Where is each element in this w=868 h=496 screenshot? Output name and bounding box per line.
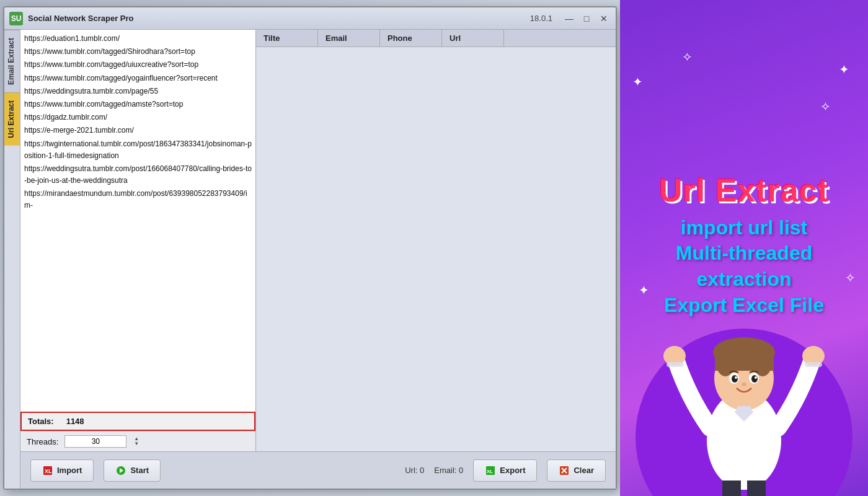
- promo-feature-1: import url list: [664, 215, 824, 241]
- sparkle-6: ✧: [682, 50, 693, 64]
- main-content: https://eduation1.tumblr.com/https://www…: [20, 30, 616, 489]
- threads-row: Threads: ▲ ▼: [20, 431, 255, 451]
- list-item: https://mirandaestmundum.tumblr.com/post…: [24, 187, 252, 212]
- url-status: Url: 0: [405, 466, 424, 475]
- minimize-button[interactable]: —: [562, 12, 576, 25]
- app-icon: SU: [9, 12, 23, 25]
- svg-text:XL: XL: [487, 469, 493, 474]
- totals-row: Totals: 1148: [20, 412, 255, 431]
- svg-point-20: [735, 376, 737, 379]
- export-button[interactable]: XL Export: [473, 459, 537, 482]
- list-item: https://eduation1.tumblr.com/: [24, 32, 252, 45]
- character-illustration: [620, 298, 868, 496]
- start-button[interactable]: Start: [104, 459, 161, 482]
- email-status: Email: 0: [434, 466, 463, 475]
- url-list-panel: https://eduation1.tumblr.com/https://www…: [20, 30, 256, 451]
- clear-icon: [559, 465, 570, 476]
- grid-column-header: Email: [318, 30, 380, 46]
- list-item: https://www.tumblr.com/tagged/uiuxcreati…: [24, 58, 252, 71]
- title-bar: SU Social Network Scraper Pro 18.0.1 — □…: [4, 7, 616, 30]
- export-icon: XL: [485, 465, 496, 476]
- sparkle-4: ✦: [639, 283, 649, 298]
- import-button[interactable]: XL Import: [30, 459, 94, 482]
- svg-point-18: [732, 375, 738, 383]
- sparkle-3: ✧: [820, 99, 831, 114]
- tab-email-extract[interactable]: Email Extract: [4, 30, 20, 92]
- list-item: https://weddingsutra.tumblr.com/post/166…: [24, 162, 252, 187]
- grid-column-header: Tilte: [256, 30, 318, 46]
- app-version: 18.0.1: [530, 14, 552, 23]
- app-area: SU Social Network Scraper Pro 18.0.1 — □…: [0, 0, 620, 496]
- svg-rect-26: [666, 362, 684, 367]
- promo-feature-3: extraction: [664, 267, 824, 293]
- svg-point-21: [755, 376, 757, 379]
- threads-spinner[interactable]: ▲ ▼: [134, 436, 139, 446]
- clear-button[interactable]: Clear: [547, 459, 606, 482]
- sparkle-2: ✦: [839, 62, 849, 77]
- clear-label: Clear: [574, 466, 594, 475]
- sparkle-5: ✧: [845, 270, 856, 285]
- close-button[interactable]: ✕: [597, 12, 611, 25]
- promo-area: ✦ ✦ ✧ ✦ ✧ ✧ Url Extract import url list …: [620, 0, 868, 496]
- svg-rect-28: [722, 480, 741, 496]
- import-icon: XL: [42, 465, 53, 476]
- spin-down-icon[interactable]: ▼: [134, 441, 139, 446]
- export-label: Export: [500, 466, 525, 475]
- grid-header: TilteEmailPhoneUrl: [256, 30, 616, 47]
- main-window: SU Social Network Scraper Pro 18.0.1 — □…: [3, 6, 617, 490]
- url-list[interactable]: https://eduation1.tumblr.com/https://www…: [20, 30, 255, 412]
- totals-value: 1148: [66, 417, 84, 426]
- start-icon: [115, 465, 126, 476]
- svg-rect-15: [715, 352, 774, 371]
- list-item: https://www.tumblr.com/tagged/Shirodhara…: [24, 45, 252, 58]
- svg-rect-29: [747, 480, 766, 496]
- svg-point-19: [751, 375, 758, 383]
- start-label: Start: [130, 466, 149, 475]
- svg-rect-27: [805, 362, 822, 367]
- svg-point-22: [742, 383, 746, 386]
- maximize-button[interactable]: □: [580, 12, 593, 25]
- list-item: https://weddingsutra.tumblr.com/page/55: [24, 85, 252, 98]
- grid-body: [256, 47, 616, 451]
- promo-title: Url Extract: [659, 172, 829, 209]
- sparkle-1: ✦: [632, 74, 643, 89]
- list-item: https://www.tumblr.com/tagged/namste?sor…: [24, 98, 252, 111]
- promo-feature-2: Multi-threaded: [664, 241, 824, 267]
- window-body: Email Extract Url Extract https://eduati…: [4, 30, 616, 489]
- bottom-bar: XL Import Start Url: 0: [20, 451, 616, 489]
- grid-column-header: Url: [442, 30, 504, 46]
- side-tabs: Email Extract Url Extract: [4, 30, 20, 489]
- app-title: Social Network Scraper Pro: [28, 14, 530, 23]
- list-item: https://www.tumblr.com/tagged/yogainflue…: [24, 72, 252, 85]
- grid-column-header: Phone: [380, 30, 442, 46]
- data-grid-panel: TilteEmailPhoneUrl: [256, 30, 616, 451]
- totals-label: Totals:: [28, 417, 54, 426]
- list-item: https://dgadz.tumblr.com/: [24, 111, 252, 124]
- list-item: https://twginternational.tumblr.com/post…: [24, 138, 252, 162]
- threads-label: Threads:: [27, 437, 58, 446]
- svg-text:XL: XL: [45, 468, 52, 474]
- tab-url-extract[interactable]: Url Extract: [4, 92, 20, 146]
- threads-input[interactable]: [64, 435, 126, 448]
- window-controls: — □ ✕: [562, 12, 611, 25]
- import-label: Import: [57, 466, 82, 475]
- content-split: https://eduation1.tumblr.com/https://www…: [20, 30, 616, 451]
- list-item: https://e-merge-2021.tumblr.com/: [24, 124, 252, 137]
